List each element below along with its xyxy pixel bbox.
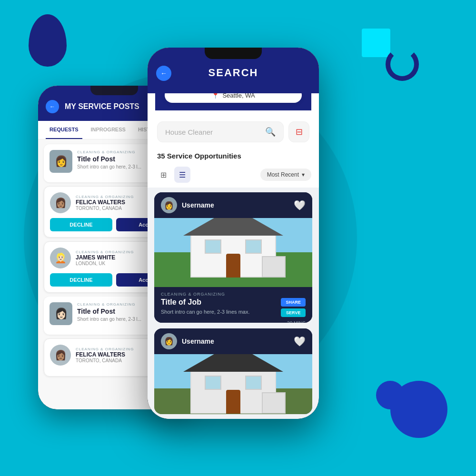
request-category-2: CLEANING & ORGANIZING [76, 250, 134, 254]
job-1-time: 30 MINS [285, 321, 306, 323]
job-1-house-image [154, 218, 312, 287]
job-card-2: 👩 Username 🤍 [154, 328, 312, 414]
tab-requests[interactable]: REQUESTS [46, 121, 82, 139]
job-1-share-button[interactable]: SHARE [281, 298, 306, 307]
post-avatar-2: 👩🏻 [50, 302, 72, 325]
post-desc-2: Short intro can go here, 2-3 l... [77, 316, 141, 322]
list-view-button[interactable]: ☰ [174, 167, 190, 183]
phones-container: ← MY SERVICE POSTS REQUESTS INPROGRESS H… [38, 48, 443, 438]
search-area: House Cleaner 🔍 ⊟ [148, 115, 319, 149]
view-toggle: ⊞ ☰ [155, 167, 190, 183]
job-1-title: Title of Job [161, 298, 249, 307]
sort-label: Most Recent [267, 171, 299, 178]
job-1-avatar: 👩 [161, 197, 177, 213]
search-input-box[interactable]: House Cleaner 🔍 [157, 121, 284, 142]
results-bar: 35 Service Opportunities [148, 149, 319, 167]
job-1-serve-button[interactable]: SERVE [281, 308, 306, 317]
job-card-1: 👩 Username 🤍 [154, 192, 312, 323]
post-title-2: Title of Post [77, 307, 141, 315]
sort-button[interactable]: Most Recent ▾ [260, 169, 311, 181]
post-category-2: CLEANING & ORGANIZING [77, 302, 141, 307]
job-2-username: Username [182, 337, 214, 345]
post-title: Title of Post [77, 155, 141, 163]
job-1-meta: 2.5 MILES 30 MINS 4/15/2022 [161, 321, 306, 323]
job-1-category: CLEANING & ORGANIZING [161, 292, 306, 297]
job-card-1-header: 👩 Username 🤍 [154, 192, 312, 218]
job-2-avatar: 👩 [161, 333, 177, 349]
grid-view-button[interactable]: ⊞ [155, 167, 171, 183]
jobs-scroll: 👩 Username 🤍 [148, 188, 319, 419]
decline-button-2[interactable]: DECLINE [50, 273, 112, 287]
post-avatar: 👩 [50, 150, 72, 173]
tab-inprogress[interactable]: INPROGRESS [87, 121, 129, 139]
job-2-favorite-icon[interactable]: 🤍 [294, 336, 306, 347]
request-name-3: FELICA WALTERS [76, 351, 134, 358]
request-avatar-1: 👩🏽 [50, 192, 71, 213]
job-card-2-header: 👩 Username 🤍 [154, 328, 312, 354]
back-phone-back-button[interactable]: ← [46, 100, 59, 113]
post-category: CLEANING & ORGANIZING [77, 150, 141, 154]
job-1-actions: SHARE SERVE [281, 298, 306, 317]
filter-icon: ⊟ [296, 127, 303, 137]
chevron-down-icon: ▾ [302, 171, 305, 178]
request-location-2: LONDON, UK [76, 261, 134, 266]
results-count: 35 Service Opportunities [157, 152, 241, 160]
request-avatar-2: 👱🏻 [50, 248, 71, 268]
notch-front [205, 48, 262, 59]
back-phone-title: MY SERVICE POSTS [65, 102, 139, 111]
job-card-1-info: CLEANING & ORGANIZING Title of Job Short… [154, 287, 312, 323]
job-1-username: Username [182, 201, 214, 209]
request-category-3: CLEANING & ORGANIZING [76, 347, 134, 351]
request-location-1: TORONTO, CANADA [76, 206, 134, 211]
post-desc: Short intro can go here, 2-3 l... [77, 164, 141, 170]
request-name-1: FELICA WALTERS [76, 199, 134, 206]
front-phone-title: SEARCH [157, 67, 309, 79]
request-avatar-3: 👩🏽 [50, 345, 71, 366]
request-location-3: TORONTO, CANADA [76, 358, 134, 363]
filter-button[interactable]: ⊟ [288, 121, 309, 142]
job-1-favorite-icon[interactable]: 🤍 [294, 199, 306, 211]
search-placeholder-text: House Cleaner [165, 128, 213, 136]
request-name-2: JAMES WHITE [76, 254, 134, 261]
phone-front: ← SEARCH 📍 Seattle, WA House Cleaner 🔍 [148, 48, 319, 419]
job-2-house-image [154, 354, 312, 414]
search-icon[interactable]: 🔍 [265, 127, 276, 137]
decline-button-1[interactable]: DECLINE [50, 218, 112, 231]
notch-back [90, 86, 138, 95]
front-back-button[interactable]: ← [156, 66, 171, 81]
job-1-desc: Short intro can go here, 2-3 lines max. [161, 308, 249, 316]
request-category-1: CLEANING & ORGANIZING [76, 195, 134, 199]
